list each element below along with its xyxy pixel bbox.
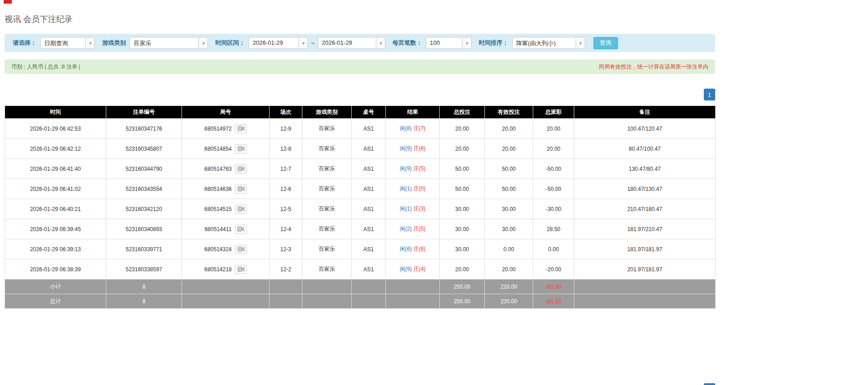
game-type-cell: 百家乐 xyxy=(302,159,352,179)
session-cell: 12-2 xyxy=(270,259,302,280)
date-to-value: 2026-01-29 xyxy=(318,37,376,48)
round-cell: 680514218 xyxy=(182,259,270,280)
total-bet-link[interactable]: 30.00 xyxy=(440,199,485,219)
payout-cell: -50.00 xyxy=(533,179,574,199)
total-bet-link[interactable]: 20.00 xyxy=(440,259,485,280)
date-to-select[interactable]: 2026-01-29 ▾ xyxy=(318,37,385,49)
video-replay-icon[interactable] xyxy=(235,225,247,234)
result-player: 闲(1) xyxy=(400,206,412,212)
query-type-select[interactable]: 日期查询 ▾ xyxy=(40,37,95,49)
note-cell: 181.97/210.47 xyxy=(574,219,716,239)
game-type-select[interactable]: 百家乐 ▾ xyxy=(130,37,208,49)
chevron-down-icon[interactable]: ▾ xyxy=(85,37,94,48)
chevron-down-icon[interactable]: ▾ xyxy=(198,37,208,48)
total-empty-cell xyxy=(574,294,716,309)
table-no-cell: AS1 xyxy=(352,219,386,239)
total-bet-link[interactable]: 50.00 xyxy=(440,159,485,179)
total-bet-link[interactable]: 30.00 xyxy=(440,219,485,239)
bet-id-cell: 523160340893 xyxy=(106,219,182,239)
table-row: 2026-01-29 06:40:21523160342120680514515… xyxy=(5,199,716,219)
result-banker: 庄(0) xyxy=(413,185,426,192)
page-size-group: 每页笔数： 100 ▾ xyxy=(393,37,472,49)
time-cell: 2026-01-29 06:40:21 xyxy=(5,199,106,219)
game-type-cell: 百家乐 xyxy=(302,219,352,239)
result-cell: 闲(6) 庄(6) xyxy=(386,239,440,259)
video-replay-icon[interactable] xyxy=(235,185,247,194)
search-button[interactable]: 查询 xyxy=(593,37,618,49)
date-from-select[interactable]: 2026-01-29 ▾ xyxy=(249,37,308,49)
table-no-cell: AS1 xyxy=(352,159,386,179)
result-banker: 庄(5) xyxy=(413,165,426,172)
page-button-1-bottom[interactable]: 1 xyxy=(704,383,715,385)
bet-id-cell: 523160339771 xyxy=(106,239,182,259)
valid-bet-cell: 20.00 xyxy=(485,139,533,159)
video-replay-icon[interactable] xyxy=(235,144,247,153)
column-header: 时间 xyxy=(5,106,106,119)
game-type-cell: 百家乐 xyxy=(302,139,352,159)
total-bet-link[interactable]: 30.00 xyxy=(440,239,485,259)
total-bet-link[interactable]: 50.00 xyxy=(440,179,485,199)
subtotal-payout: -81.50 xyxy=(533,280,574,294)
bet-id-cell: 523160344790 xyxy=(106,159,182,179)
round-cell: 680514411 xyxy=(182,219,270,239)
round-id: 680514411 xyxy=(204,226,231,232)
video-replay-icon[interactable] xyxy=(235,265,247,274)
query-type-value: 日期查询 xyxy=(41,37,85,48)
subtotal-row: 小计 8 250.00 220.00 -81.50 xyxy=(5,280,716,294)
valid-bet-cell: 50.00 xyxy=(485,179,533,199)
result-player: 闲(8) xyxy=(400,125,412,132)
session-cell: 12-7 xyxy=(270,159,302,179)
sort-order-select[interactable]: 降冪(由大到小) ▾ xyxy=(512,37,585,49)
chevron-down-icon[interactable]: ▾ xyxy=(576,37,585,48)
session-cell: 12-5 xyxy=(270,199,302,219)
table-no-cell: AS1 xyxy=(352,139,386,159)
round-cell: 680514972 xyxy=(182,119,270,139)
round-cell: 680514324 xyxy=(182,239,270,259)
column-header: 有效投注 xyxy=(485,106,533,119)
video-replay-icon[interactable] xyxy=(235,164,247,174)
chevron-down-icon[interactable]: ▾ xyxy=(462,37,471,48)
valid-bet-cell: 30.00 xyxy=(485,199,533,219)
table-row: 2026-01-29 06:42:12523160345807680514854… xyxy=(5,139,716,159)
result-player: 闲(6) xyxy=(400,246,412,252)
result-player: 闲(9) xyxy=(400,145,412,152)
game-type-cell: 百家乐 xyxy=(302,239,352,259)
video-replay-icon[interactable] xyxy=(235,245,247,254)
round-id: 680514854 xyxy=(204,146,232,152)
table-no-cell: AS1 xyxy=(352,239,386,259)
main-content: 视讯 会员下注纪录 请选择： 日期查询 ▾ 游戏类别 百家乐 ▾ 时间区间： xyxy=(5,14,715,385)
column-header: 局号 xyxy=(182,106,270,119)
result-banker: 庄(5) xyxy=(413,226,426,232)
result-cell: 闲(9) 庄(5) xyxy=(386,159,440,179)
bet-id-cell: 523160342120 xyxy=(106,199,182,219)
query-type-group: 请选择： 日期查询 ▾ xyxy=(13,37,95,49)
page-viewport: 视讯 会员下注纪录 请选择： 日期查询 ▾ 游戏类别 百家乐 ▾ 时间区间： xyxy=(0,0,868,385)
table-no-cell: AS1 xyxy=(352,259,386,280)
page-button-1[interactable]: 1 xyxy=(704,89,715,100)
video-replay-icon[interactable] xyxy=(235,124,247,133)
result-player: 闲(9) xyxy=(400,165,412,172)
chevron-down-glyph: ▾ xyxy=(302,41,304,46)
note-cell: 210.47/180.47 xyxy=(574,199,716,219)
table-header-row: 时间注单编号局号场次游戏类别桌号结果总投注有效投注总派彩备注 xyxy=(5,106,716,119)
chevron-down-glyph: ▾ xyxy=(379,41,382,46)
valid-bet-cell: 50.00 xyxy=(485,159,533,179)
subtotal-empty-cell xyxy=(302,280,352,294)
subtotal-empty-cell xyxy=(270,280,302,294)
video-replay-icon[interactable] xyxy=(235,205,247,214)
payout-cell: 20.00 xyxy=(533,139,574,159)
result-banker: 庄(4) xyxy=(413,266,426,272)
valid-bet-cell: 20.00 xyxy=(485,259,533,280)
game-type-group: 游戏类别 百家乐 ▾ xyxy=(102,37,208,49)
total-bet-link[interactable]: 20.00 xyxy=(440,119,485,139)
chevron-down-icon[interactable]: ▾ xyxy=(298,37,307,48)
chevron-down-icon[interactable]: ▾ xyxy=(376,37,385,48)
column-header: 总派彩 xyxy=(533,106,574,119)
total-bet-link[interactable]: 20.00 xyxy=(440,139,485,159)
game-type-value: 百家乐 xyxy=(130,37,198,48)
bet-id-cell: 523160338597 xyxy=(106,259,182,280)
column-header: 结果 xyxy=(386,106,440,119)
page-size-select[interactable]: 100 ▾ xyxy=(426,37,472,49)
total-empty-cell xyxy=(182,294,270,309)
chevron-down-glyph: ▾ xyxy=(579,41,582,46)
